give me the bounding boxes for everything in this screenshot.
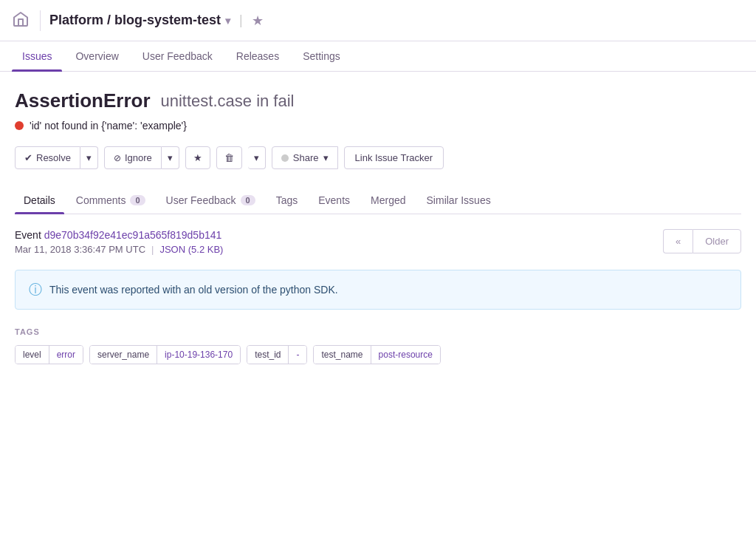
event-navigation: « Older [663, 229, 741, 253]
trash-icon: 🗑 [224, 152, 234, 163]
tag-value[interactable]: ip-10-19-136-170 [157, 346, 240, 364]
tag-value[interactable]: - [289, 346, 306, 364]
event-row: Event d9e70b34f92e41ec91a565f819d5b141 M… [15, 229, 741, 255]
tab-settings[interactable]: Settings [292, 41, 351, 71]
main-nav: Issues Overview User Feedback Releases S… [0, 41, 756, 72]
json-link[interactable]: JSON (5.2 KB) [159, 244, 223, 255]
home-icon[interactable] [12, 10, 32, 31]
event-meta: Mar 11, 2018 3:36:47 PM UTC | JSON (5.2 … [15, 244, 663, 255]
action-bar: ✔ Resolve ▾ ⊘ Ignore ▾ ★ 🗑 ▾ [15, 146, 741, 169]
sub-tabs: Details Comments 0 User Feedback 0 Tags … [15, 187, 741, 214]
event-date: Mar 11, 2018 3:36:47 PM UTC [15, 244, 145, 255]
tag-item-server-name: server_name ip-10-19-136-170 [89, 345, 241, 364]
top-header: Platform / blog-system-test ▾ | ★ [0, 0, 756, 41]
tab-overview[interactable]: Overview [65, 41, 128, 71]
header-divider [40, 10, 41, 31]
main-content: AssertionError unittest.case in fail 'id… [0, 72, 756, 400]
ignore-icon: ⊘ [114, 153, 121, 163]
project-name: Platform / blog-system-test [49, 13, 221, 28]
error-type: AssertionError [15, 89, 151, 112]
user-feedback-badge: 0 [241, 195, 255, 205]
chevron-down-icon: ▾ [86, 152, 92, 163]
check-icon: ✔ [24, 152, 32, 163]
subtab-merged[interactable]: Merged [362, 187, 414, 214]
header-separator: | [239, 13, 243, 28]
comments-badge: 0 [130, 195, 145, 205]
chevron-down-icon: ▾ [168, 152, 173, 163]
tab-issues[interactable]: Issues [12, 41, 62, 71]
left-arrow-icon: « [676, 236, 681, 247]
link-tracker-button[interactable]: Link Issue Tracker [344, 146, 444, 169]
tag-value[interactable]: post-resource [371, 346, 440, 364]
tags-section: TAGS level error server_name ip-10-19-13… [15, 327, 741, 364]
error-title: AssertionError unittest.case in fail [15, 89, 741, 112]
info-banner: ⓘ This event was reported with an old ve… [15, 270, 741, 310]
tags-heading: TAGS [15, 327, 741, 336]
event-text: Event [15, 229, 44, 241]
subtab-events[interactable]: Events [309, 187, 359, 214]
event-section: Event d9e70b34f92e41ec91a565f819d5b141 M… [15, 229, 741, 255]
subtab-user-feedback[interactable]: User Feedback 0 [157, 187, 264, 214]
ignore-dropdown-button[interactable]: ▾ [162, 146, 179, 169]
star-icon[interactable]: ★ [252, 13, 264, 29]
delete-button[interactable]: 🗑 [216, 146, 242, 169]
tags-list: level error server_name ip-10-19-136-170… [15, 345, 741, 364]
resolve-button[interactable]: ✔ Resolve [15, 146, 80, 169]
error-subtitle: 'id' not found in {'name': 'example'} [15, 120, 741, 132]
error-message: unittest.case in fail [161, 92, 295, 111]
subtab-details[interactable]: Details [15, 187, 64, 214]
resolve-group: ✔ Resolve ▾ [15, 146, 98, 169]
chevron-down-icon: ▾ [225, 15, 230, 27]
tag-key: server_name [90, 346, 157, 364]
tag-item-test-id: test_id - [247, 345, 307, 364]
subtab-tags[interactable]: Tags [267, 187, 307, 214]
chevron-down-icon: ▾ [323, 152, 329, 163]
tag-value[interactable]: error [49, 346, 83, 364]
tag-item-level: level error [15, 345, 83, 364]
meta-separator: | [151, 244, 154, 255]
resolve-dropdown-button[interactable]: ▾ [80, 146, 98, 169]
share-button[interactable]: Share ▾ [272, 146, 338, 169]
subtab-comments[interactable]: Comments 0 [67, 187, 154, 214]
chevron-down-icon: ▾ [254, 152, 259, 163]
tag-item-test-name: test_name post-resource [313, 345, 440, 364]
tag-key: test_id [247, 346, 289, 364]
status-dot [15, 121, 24, 130]
error-detail: 'id' not found in {'name': 'example'} [30, 120, 187, 132]
subtab-similar[interactable]: Similar Issues [418, 187, 500, 214]
more-actions-button[interactable]: ▾ [248, 146, 266, 169]
share-group: Share ▾ [272, 146, 338, 169]
oldest-event-button[interactable]: « [663, 229, 693, 253]
tab-user-feedback[interactable]: User Feedback [132, 41, 223, 71]
event-info: Event d9e70b34f92e41ec91a565f819d5b141 M… [15, 229, 663, 255]
star-icon: ★ [193, 152, 202, 163]
banner-text: This event was reported with an old vers… [49, 284, 338, 296]
tag-key: level [16, 346, 49, 364]
ignore-group: ⊘ Ignore ▾ [104, 146, 179, 169]
tab-releases[interactable]: Releases [226, 41, 289, 71]
project-title[interactable]: Platform / blog-system-test ▾ [49, 13, 230, 28]
bookmark-button[interactable]: ★ [185, 146, 210, 169]
event-label-row: Event d9e70b34f92e41ec91a565f819d5b141 [15, 229, 663, 241]
info-icon: ⓘ [29, 281, 42, 299]
share-status-dot [281, 154, 289, 162]
ignore-button[interactable]: ⊘ Ignore [104, 146, 162, 169]
event-hash-link[interactable]: d9e70b34f92e41ec91a565f819d5b141 [44, 229, 222, 241]
older-event-button[interactable]: Older [693, 229, 741, 253]
tag-key: test_name [314, 346, 371, 364]
